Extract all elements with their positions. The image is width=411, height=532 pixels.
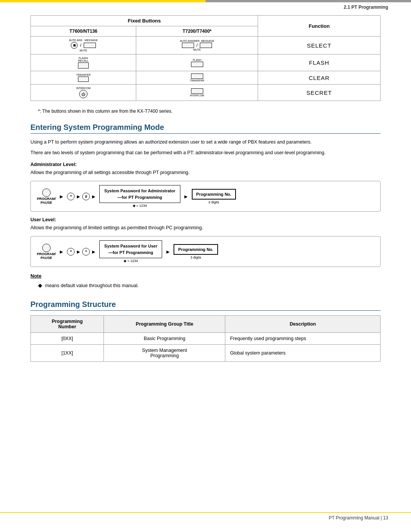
note-heading: Note bbox=[30, 273, 381, 279]
user-asterisk-symbol1: * bbox=[67, 248, 75, 256]
admin-default-val: ◆ = 1234 bbox=[133, 204, 147, 208]
admin-progno-group: Programming No. 3 digits bbox=[192, 189, 236, 204]
prog-group-1xx: System Management Programming bbox=[104, 345, 225, 362]
admin-password-line1: System Password for Administrator bbox=[104, 188, 175, 194]
footer-text: PT Programming Manual | 13 bbox=[329, 515, 388, 521]
fixed-buttons-table: Fixed Buttons Function T7600/NT136 T7200… bbox=[30, 15, 381, 101]
prog-desc-0xx: Frequently used programming steps bbox=[225, 333, 381, 345]
program-circle bbox=[42, 189, 51, 197]
user-password-line1: System Password for User bbox=[104, 243, 157, 249]
user-arrow4: ► bbox=[165, 249, 170, 255]
user-password-group: System Password for User —for PT Program… bbox=[99, 240, 162, 263]
program-pause-label: PROGRAM/PAUSE bbox=[37, 197, 56, 204]
entering-para1: Using a PT to perform system programming… bbox=[30, 138, 381, 146]
function-secret: SECRET bbox=[306, 89, 332, 96]
admin-level-heading: Administrator Level: bbox=[30, 162, 381, 167]
function-select: SELECT bbox=[307, 42, 331, 49]
user-password-box: System Password for User —for PT Program… bbox=[99, 240, 162, 258]
footer-divider bbox=[0, 512, 411, 513]
admin-password-line2: —for PT Programming bbox=[104, 194, 175, 201]
user-program-pause-label: PROGRAM/PAUSE bbox=[37, 252, 56, 260]
prog-number-0xx: [0XX] bbox=[31, 333, 104, 345]
user-progno-group: Programming No. 3 digits bbox=[174, 244, 218, 259]
note-text: ◆ means default value throughout this ma… bbox=[38, 281, 381, 289]
col2-header: T7200/T7400* bbox=[136, 26, 258, 37]
table-row: FLASH/RECALL FLASH FLASH bbox=[31, 54, 381, 71]
select-btn-t7200: AUTO ANSWER MESSAGE / MUTE bbox=[139, 40, 255, 51]
user-asterisk-symbol2: * bbox=[82, 248, 90, 256]
user-program-pause-cell: PROGRAM/PAUSE bbox=[37, 244, 56, 260]
user-default-val: ◆ = 1234 bbox=[124, 259, 138, 263]
admin-digits: 3 digits bbox=[208, 200, 219, 204]
prog-number-header: Programming Number bbox=[31, 316, 104, 333]
admin-symbol-group: * ► # ► bbox=[67, 193, 96, 200]
admin-programming-no: Programming No. bbox=[192, 189, 236, 200]
prog-group-header: Programming Group Title bbox=[104, 316, 225, 333]
prog-row-1xx: [1XX] System Management Programming Glob… bbox=[31, 345, 381, 362]
program-pause-cell: PROGRAM/PAUSE bbox=[37, 189, 56, 204]
user-arrow3: ► bbox=[91, 249, 96, 255]
user-digits: 3 digits bbox=[190, 256, 201, 259]
function-flash: FLASH bbox=[309, 59, 329, 66]
arrow4: ► bbox=[183, 193, 189, 200]
secret-btn-t7200: INTERCOM bbox=[139, 88, 255, 97]
prog-number-1xx: [1XX] bbox=[31, 345, 104, 362]
flash-btn-t7600: FLASH/RECALL bbox=[34, 57, 133, 69]
programming-structure-heading: Programming Structure bbox=[30, 300, 381, 311]
admin-level-text: Allows the programming of all settings a… bbox=[30, 169, 381, 176]
hash-symbol: # bbox=[82, 193, 90, 200]
user-password-line2: —for PT Programming bbox=[104, 249, 157, 256]
flash-btn-t7200: FLASH bbox=[139, 59, 255, 67]
fixed-buttons-header: Fixed Buttons bbox=[31, 16, 258, 26]
arrow1: ► bbox=[59, 193, 64, 200]
section-title: 2.1 PT Programming bbox=[344, 5, 388, 10]
table-row: INTERCOM ⏻ INTERCOM bbox=[31, 85, 381, 101]
entering-heading: Entering System Programming Mode bbox=[30, 123, 381, 134]
programming-structure-table: Programming Number Programming Group Tit… bbox=[30, 315, 381, 362]
asterisk-symbol: * bbox=[67, 193, 75, 200]
user-arrow2: ► bbox=[76, 249, 81, 255]
user-level-text: Allows the programming of limited settin… bbox=[30, 224, 381, 232]
admin-diagram: PROGRAM/PAUSE ► * ► # ► System Password … bbox=[30, 181, 381, 212]
clear-btn-t7600: TRANSFER bbox=[34, 73, 133, 82]
prog-row-0xx: [0XX] Basic Programming Frequently used … bbox=[31, 333, 381, 345]
function-header: Function bbox=[258, 16, 381, 37]
prog-desc-1xx: Global system parameters bbox=[225, 345, 381, 362]
user-arrow1: ► bbox=[59, 249, 64, 255]
user-symbol-group: * ► * ► bbox=[67, 248, 96, 256]
arrow3: ► bbox=[91, 193, 96, 200]
function-clear: CLEAR bbox=[309, 75, 330, 81]
table-row: TRANSFER TRANSFER CLEAR bbox=[31, 71, 381, 85]
arrow2: ► bbox=[76, 193, 81, 200]
prog-group-0xx: Basic Programming bbox=[104, 333, 225, 345]
entering-para2: There are two levels of system programmi… bbox=[30, 149, 381, 157]
clear-btn-t7200: TRANSFER bbox=[139, 73, 255, 82]
footer: PT Programming Manual | 13 bbox=[0, 515, 411, 521]
admin-password-group: System Password for Administrator —for P… bbox=[99, 185, 180, 208]
prog-desc-header: Description bbox=[225, 316, 381, 333]
user-program-circle bbox=[42, 244, 51, 252]
diamond-icon: ◆ bbox=[38, 282, 42, 288]
user-diagram: PROGRAM/PAUSE ► * ► * ► System Password … bbox=[30, 236, 381, 267]
secret-btn-t7600: INTERCOM ⏻ bbox=[34, 87, 133, 98]
admin-password-box: System Password for Administrator —for P… bbox=[99, 185, 180, 203]
header-bar bbox=[0, 0, 411, 2]
user-level-heading: User Level: bbox=[30, 217, 381, 222]
user-programming-no: Programming No. bbox=[174, 244, 218, 255]
footnote: *: The buttons shown in this column are … bbox=[38, 109, 381, 114]
table-row: AUTO ANS MESSAGE ⏹ / MUTE bbox=[31, 37, 381, 54]
col1-header: T7600/NT136 bbox=[31, 26, 136, 37]
note-content: means default value throughout this manu… bbox=[45, 283, 139, 288]
select-btn-t7600: AUTO ANS MESSAGE ⏹ / MUTE bbox=[34, 39, 133, 52]
